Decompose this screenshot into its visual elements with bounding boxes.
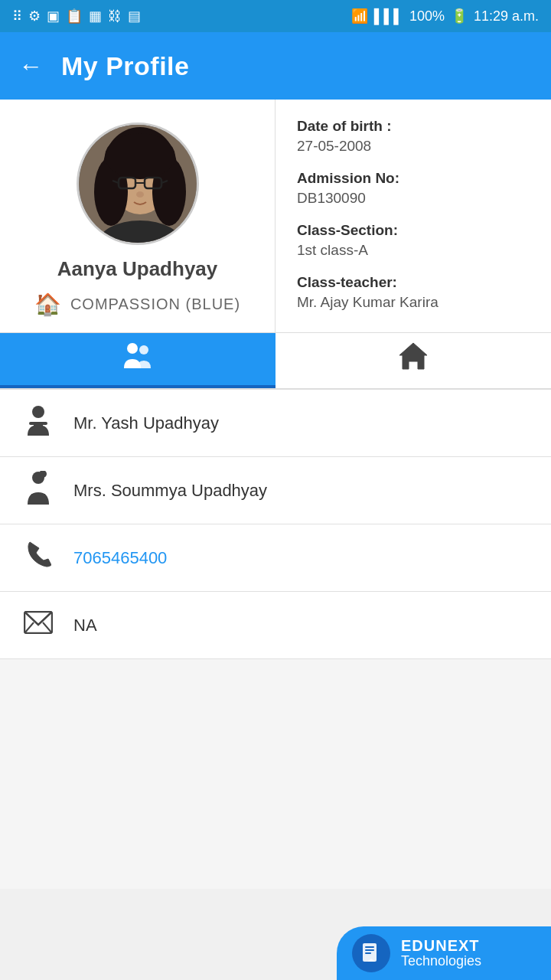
brand-footer: EDUNEXT Technologies bbox=[337, 926, 551, 980]
svg-marker-15 bbox=[399, 343, 427, 369]
contact-email: NA bbox=[0, 592, 551, 659]
svg-rect-25 bbox=[365, 946, 374, 948]
notification-icon: ⠿ bbox=[12, 8, 22, 24]
status-bar: ⠿ ⚙ ▣ 📋 ▦ ⛓ ▤ 📶 ▌▌▌ 100% 🔋 11:29 a.m. bbox=[0, 0, 551, 32]
admission-label: Admission No: bbox=[297, 170, 399, 186]
tab-family[interactable] bbox=[0, 333, 276, 388]
signal-bars: ▌▌▌ bbox=[374, 8, 403, 24]
dob-field: Date of birth : 27-05-2008 bbox=[297, 118, 530, 155]
teacher-field: Class-teacher: Mr. Ajay Kumar Karira bbox=[297, 274, 530, 311]
family-icon bbox=[121, 341, 155, 378]
admission-value: DB130090 bbox=[297, 190, 530, 207]
profile-right-panel: Date of birth : 27-05-2008 Admission No:… bbox=[276, 100, 551, 332]
svg-point-16 bbox=[32, 406, 44, 418]
avatar bbox=[77, 122, 199, 245]
profile-section: Aanya Upadhyay 🏠 COMPASSION (BLUE) Date … bbox=[0, 100, 551, 333]
gallery-icon: ▣ bbox=[47, 8, 60, 24]
content-area bbox=[0, 659, 551, 889]
contact-father: Mr. Yash Upadhyay bbox=[0, 390, 551, 457]
flipboard-icon: ▦ bbox=[89, 8, 102, 24]
chain-icon: ⛓ bbox=[108, 8, 122, 24]
house-row: 🏠 COMPASSION (BLUE) bbox=[34, 292, 240, 317]
teacher-value: Mr. Ajay Kumar Karira bbox=[297, 294, 530, 311]
svg-rect-27 bbox=[365, 952, 371, 954]
email-value: NA bbox=[73, 616, 97, 635]
house-label: COMPASSION (BLUE) bbox=[70, 296, 240, 313]
svg-point-5 bbox=[105, 133, 175, 179]
svg-rect-26 bbox=[365, 949, 374, 951]
mother-name: Mrs. Soummya Upadhyay bbox=[73, 481, 267, 501]
time: 11:29 a.m. bbox=[474, 8, 539, 24]
father-name: Mr. Yash Upadhyay bbox=[73, 413, 219, 433]
wifi-icon: 📶 bbox=[351, 8, 368, 24]
admission-field: Admission No: DB130090 bbox=[297, 170, 530, 207]
tab-home[interactable] bbox=[276, 333, 551, 388]
avatar-image bbox=[79, 122, 197, 245]
profile-left-panel: Aanya Upadhyay 🏠 COMPASSION (BLUE) bbox=[0, 100, 276, 332]
usb-icon: ⚙ bbox=[28, 8, 41, 24]
dob-label: Date of birth : bbox=[297, 118, 392, 134]
svg-point-11 bbox=[136, 191, 144, 198]
person-female-icon bbox=[21, 471, 55, 511]
page-title: My Profile bbox=[61, 51, 189, 81]
battery-percentage: 100% bbox=[409, 8, 445, 24]
contact-mother: Mrs. Soummya Upadhyay bbox=[0, 457, 551, 524]
svg-point-14 bbox=[139, 345, 148, 354]
svg-line-23 bbox=[43, 622, 52, 633]
battery-icon: 🔋 bbox=[451, 8, 468, 24]
dob-value: 27-05-2008 bbox=[297, 138, 530, 155]
brand-sub: Technologies bbox=[401, 954, 481, 969]
svg-line-22 bbox=[24, 622, 34, 633]
brand-name: EDUNEXT bbox=[401, 937, 481, 954]
email-icon bbox=[21, 611, 55, 640]
person-male-icon bbox=[21, 405, 55, 442]
sim-icon: ▤ bbox=[128, 8, 141, 24]
class-value: 1st class-A bbox=[297, 242, 530, 259]
tab-bar bbox=[0, 333, 551, 390]
phone-number[interactable]: 7065465400 bbox=[73, 548, 167, 568]
status-right: 📶 ▌▌▌ 100% 🔋 11:29 a.m. bbox=[351, 8, 539, 24]
teacher-label: Class-teacher: bbox=[297, 274, 397, 290]
clipboard-icon: 📋 bbox=[66, 8, 83, 24]
svg-point-13 bbox=[127, 343, 138, 354]
phone-icon bbox=[21, 541, 55, 576]
svg-rect-18 bbox=[34, 423, 43, 436]
house-icon: 🏠 bbox=[34, 292, 61, 317]
home-tab-icon bbox=[398, 341, 429, 377]
contact-phone: 7065465400 bbox=[0, 524, 551, 592]
brand-logo bbox=[352, 934, 390, 972]
student-name: Aanya Upadhyay bbox=[57, 257, 218, 281]
brand-text: EDUNEXT Technologies bbox=[401, 937, 481, 969]
header: ← My Profile bbox=[0, 32, 551, 100]
class-field: Class-Section: 1st class-A bbox=[297, 222, 530, 259]
class-label: Class-Section: bbox=[297, 222, 398, 238]
status-icons: ⠿ ⚙ ▣ 📋 ▦ ⛓ ▤ bbox=[12, 8, 141, 24]
back-button[interactable]: ← bbox=[18, 52, 43, 80]
contact-list: Mr. Yash Upadhyay Mrs. Soummya Upadhyay … bbox=[0, 390, 551, 659]
